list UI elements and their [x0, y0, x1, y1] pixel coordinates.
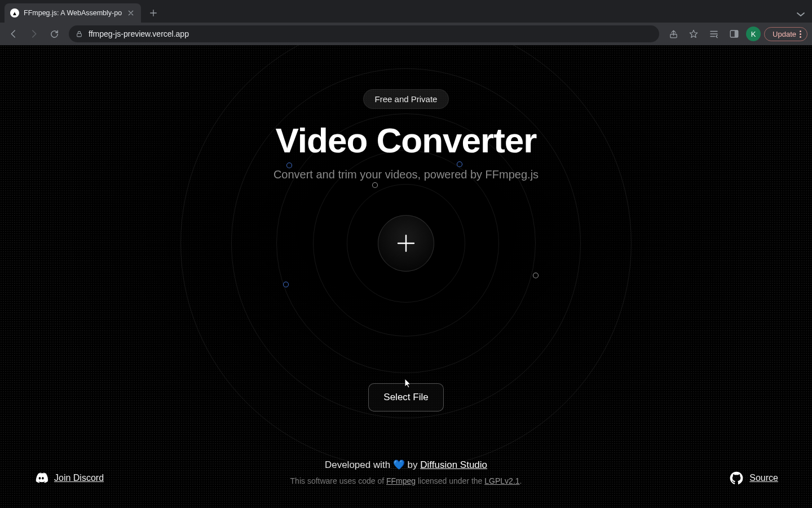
toolbar-right: K Update: [665, 25, 807, 42]
url-text: ffmpeg-js-preview.vercel.app: [89, 29, 189, 38]
github-icon: [729, 471, 744, 485]
add-file-drop-zone[interactable]: [378, 215, 434, 271]
text: licensed under the: [416, 476, 484, 485]
discord-link[interactable]: Join Discord: [34, 471, 104, 485]
footer-credits: Developed with 💙 by Diffusion Studio: [0, 459, 812, 471]
reading-list-icon[interactable]: [705, 25, 722, 42]
kebab-menu-icon: [800, 30, 801, 38]
lock-icon: [76, 30, 83, 38]
tab-favicon: ▲: [10, 8, 19, 17]
tab-close-icon[interactable]: [126, 8, 135, 17]
browser-tab[interactable]: ▲ FFmpeg.js: A WebAssembly-po: [5, 3, 141, 23]
footer: Developed with 💙 by Diffusion Studio Thi…: [0, 459, 812, 485]
tab-title: FFmpeg.js: A WebAssembly-po: [24, 9, 122, 17]
diffusion-studio-link[interactable]: Diffusion Studio: [420, 459, 487, 470]
orbit-graphic: [259, 187, 553, 356]
tabs-dropdown-icon[interactable]: [796, 9, 805, 19]
browser-chrome: ▲ FFmpeg.js: A WebAssembly-po ffmpeg-js-…: [0, 0, 812, 45]
update-button[interactable]: Update: [764, 27, 807, 41]
avatar-initial: K: [751, 30, 756, 38]
orbit-satellite: [283, 282, 289, 287]
discord-icon: [34, 471, 48, 485]
plus-icon: [395, 232, 417, 255]
text: by: [405, 459, 420, 470]
new-tab-button[interactable]: [145, 5, 161, 21]
back-button[interactable]: [5, 25, 23, 43]
orbit-satellite: [372, 182, 378, 188]
share-icon[interactable]: [665, 25, 682, 42]
profile-avatar[interactable]: K: [746, 27, 761, 41]
ffmpeg-link[interactable]: FFmpeg: [386, 476, 416, 485]
reload-button[interactable]: [45, 25, 63, 43]
text: .: [520, 476, 522, 485]
page-content: Free and Private Video Converter Convert…: [0, 45, 812, 508]
update-label: Update: [773, 30, 796, 38]
svg-rect-3: [735, 30, 738, 37]
url-bar[interactable]: ffmpeg-js-preview.vercel.app: [69, 25, 659, 42]
license-link[interactable]: LGPLv2.1: [484, 476, 519, 485]
source-label: Source: [749, 473, 778, 483]
browser-toolbar: ffmpeg-js-preview.vercel.app K Update: [0, 23, 812, 45]
text: This software uses code of: [290, 476, 386, 485]
text: Developed with: [325, 459, 393, 470]
side-panel-icon[interactable]: [726, 25, 743, 42]
hero-section: Free and Private Video Converter Convert…: [0, 45, 812, 411]
discord-label: Join Discord: [54, 473, 104, 483]
footer-license: This software uses code of FFmpeg licens…: [0, 476, 812, 485]
heart-icon: 💙: [393, 459, 405, 470]
orbit-satellite: [457, 161, 462, 167]
source-link[interactable]: Source: [729, 471, 778, 485]
svg-rect-0: [77, 33, 82, 36]
orbit-satellite: [533, 273, 539, 278]
orbit-satellite: [286, 163, 292, 168]
forward-button[interactable]: [25, 25, 43, 43]
tab-strip: ▲ FFmpeg.js: A WebAssembly-po: [0, 0, 812, 23]
bookmark-star-icon[interactable]: [685, 25, 702, 42]
